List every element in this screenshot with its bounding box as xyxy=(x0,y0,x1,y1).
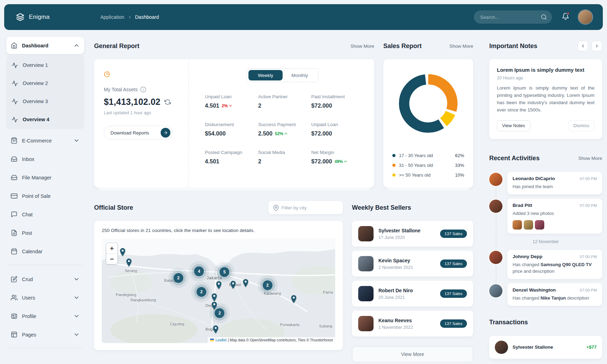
pie-chart-icon xyxy=(104,71,110,77)
sidebar-item-ecommerce[interactable]: E-Commerce xyxy=(6,132,84,149)
timeline-date-divider: 12 November xyxy=(489,239,602,244)
search-input[interactable] xyxy=(474,10,552,24)
sidebar-item-users[interactable]: Users xyxy=(6,289,84,306)
dismiss-button[interactable]: Dismiss xyxy=(568,120,595,131)
zoom-out-button[interactable]: − xyxy=(106,254,117,264)
search xyxy=(474,10,552,24)
sales-donut-chart[interactable] xyxy=(397,72,459,134)
map-pin-marker[interactable] xyxy=(119,248,126,257)
sidebar-item-inbox[interactable]: Inbox xyxy=(6,150,84,168)
refresh-icon[interactable] xyxy=(164,99,171,105)
notes-next-button[interactable] xyxy=(592,41,602,51)
breadcrumb-current[interactable]: Dashboard xyxy=(135,14,159,20)
weekly-tab[interactable]: Weekly xyxy=(248,70,283,80)
sidebar-item-overview-2[interactable]: Overview 2 xyxy=(7,74,84,92)
map-cluster-marker[interactable]: 2 xyxy=(174,273,183,283)
photo-thumbnail[interactable] xyxy=(535,220,544,230)
sidebar-item-post[interactable]: Post xyxy=(6,224,84,241)
leaflet-link[interactable]: Leaflet xyxy=(215,338,226,342)
map-cluster-marker[interactable]: 2 xyxy=(263,280,272,290)
filter-by-city-input[interactable] xyxy=(268,201,343,214)
chevron-left-icon xyxy=(581,44,585,48)
photo-thumbnail[interactable] xyxy=(524,220,533,230)
map-pin-marker[interactable] xyxy=(290,295,298,304)
breadcrumb: Application Dashboard xyxy=(100,14,159,20)
trend-down-icon xyxy=(228,103,233,108)
best-seller-row[interactable]: Sylvester Stallone 17 June 2020 137 Sale… xyxy=(352,221,473,247)
stat-unpaid-loan: Unpaid Loan 4.501 2% xyxy=(205,94,254,109)
activity-item: Denzel Washington 07:00 PM Has changed N… xyxy=(489,283,602,306)
chevron-down-icon xyxy=(73,313,80,319)
store-map[interactable]: Serang Balaraja Jakarta Bekasi Karawang … xyxy=(102,239,335,343)
map-cluster-marker[interactable]: 4 xyxy=(194,266,204,276)
assets-pane: My Total Assets $1,413,102.02 Last updat… xyxy=(94,59,189,187)
notifications-button[interactable] xyxy=(562,13,569,22)
avatar[interactable] xyxy=(489,284,502,297)
best-seller-row[interactable]: Keanu Reeves 1 November 2022 137 Sales xyxy=(352,311,473,336)
stat-disbursement: Disbursement $54.000 xyxy=(205,122,254,137)
best-seller-row[interactable]: Kevin Spacey 2 November 2021 137 Sales xyxy=(352,251,473,277)
map-pin-marker[interactable] xyxy=(242,279,249,288)
info-icon[interactable] xyxy=(140,86,146,93)
chevron-down-icon xyxy=(73,294,80,301)
app-logo[interactable]: Enigma xyxy=(16,13,95,21)
best-seller-row[interactable]: Robert De Niro 20 June 2021 137 Sales xyxy=(352,281,473,307)
sidebar-item-crud[interactable]: Crud xyxy=(6,271,84,288)
activity-item: Leonardo DiCaprio 07:00 PM Has joined th… xyxy=(489,172,602,194)
zoom-in-button[interactable]: + xyxy=(106,243,117,254)
map-pin-marker[interactable] xyxy=(215,281,223,290)
activities-show-more[interactable]: Show More xyxy=(578,156,602,161)
app-logo-text: Enigma xyxy=(29,14,49,21)
layers-logo-icon xyxy=(16,13,24,21)
legend-row: 31 - 50 Years old 33% xyxy=(392,163,464,168)
activity-item: Brad Pitt 07:00 PM Added 3 new photos xyxy=(489,199,602,234)
stat-paid-installment: Paid Installment $72.000 xyxy=(311,94,360,109)
general-report-show-more[interactable]: Show More xyxy=(351,44,374,49)
search-icon[interactable] xyxy=(541,14,547,20)
avatar[interactable] xyxy=(489,173,502,186)
photo-thumbnail[interactable] xyxy=(513,220,522,230)
map-cluster-marker[interactable]: 5 xyxy=(220,267,229,277)
sidebar-item-pages[interactable]: Pages xyxy=(6,326,84,343)
sidebar-item-profile[interactable]: Profile xyxy=(6,308,84,325)
sidebar-item-overview-3[interactable]: Overview 3 xyxy=(7,92,84,110)
map-cluster-marker[interactable]: 2 xyxy=(197,287,206,297)
sidebar-dashboard-submenu: Overview 1 Overview 2 Overview 3 Overvie… xyxy=(6,55,84,129)
download-reports-button[interactable]: Download Reports xyxy=(104,126,173,140)
avatar[interactable] xyxy=(489,200,502,213)
recent-activities-title: Recent Activities xyxy=(489,155,539,162)
map-pin-marker[interactable] xyxy=(125,258,133,267)
home-icon xyxy=(11,42,17,49)
sidebar-item-dashboard[interactable]: Dashboard xyxy=(6,37,84,54)
activity-icon xyxy=(11,98,18,105)
view-more-button[interactable]: View More xyxy=(352,346,473,362)
map-pin-marker[interactable] xyxy=(210,301,218,310)
monthly-tab[interactable]: Monthly xyxy=(283,70,317,80)
transaction-row[interactable]: Sylvester Stallone +$77 xyxy=(489,336,602,359)
sidebar-item-overview-4[interactable]: Overview 4 xyxy=(7,110,84,129)
chevron-up-icon xyxy=(73,42,80,49)
stat-posted-campaign: Posted Campaign 4.501 xyxy=(205,150,254,165)
hard-drive-icon xyxy=(11,174,17,181)
sidebar-item-overview-1[interactable]: Overview 1 xyxy=(7,56,84,74)
map-pin-marker[interactable] xyxy=(212,325,220,334)
sidebar-item-chat[interactable]: Chat xyxy=(6,206,84,223)
sidebar-item-file-manager[interactable]: File Manager xyxy=(6,169,84,186)
legend-row: 17 - 30 Years old 62% xyxy=(392,153,464,158)
user-avatar[interactable] xyxy=(578,10,592,24)
sales-report-show-more[interactable]: Show More xyxy=(450,44,473,49)
map-pin-marker[interactable] xyxy=(210,293,218,302)
calendar-icon xyxy=(11,248,17,255)
activities-timeline: Leonardo DiCaprio 07:00 PM Has joined th… xyxy=(489,172,602,306)
map-zoom-control: + − xyxy=(106,243,118,264)
avatar[interactable] xyxy=(489,251,502,264)
view-notes-button[interactable]: View Notes xyxy=(497,120,530,131)
general-report-title: General Report xyxy=(94,42,139,50)
map-city-label: Karawang xyxy=(264,291,281,295)
sidebar-item-point-of-sale[interactable]: Point of Sale xyxy=(6,187,84,204)
notes-prev-button[interactable] xyxy=(578,41,588,51)
sidebar-item-calendar[interactable]: Calendar xyxy=(6,243,84,260)
map-pin-marker[interactable] xyxy=(229,280,237,289)
chevron-down-icon xyxy=(73,137,80,144)
breadcrumb-parent[interactable]: Application xyxy=(100,14,124,20)
